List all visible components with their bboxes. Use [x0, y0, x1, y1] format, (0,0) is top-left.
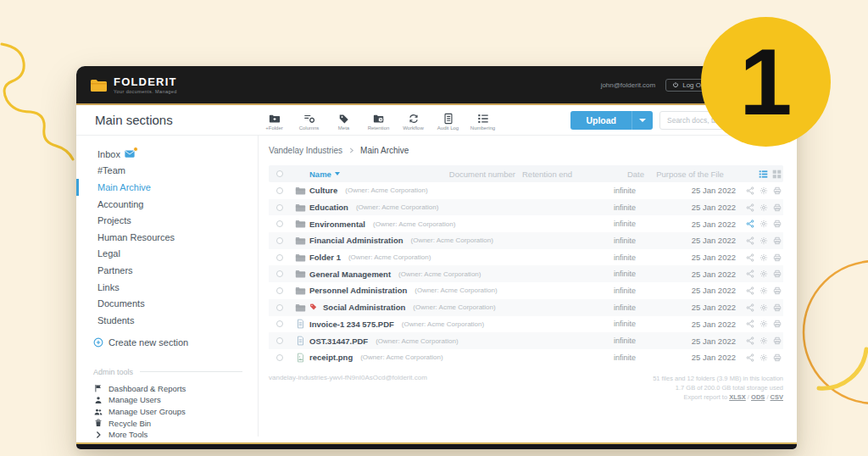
- upload-button[interactable]: Upload: [570, 111, 653, 130]
- share-icon[interactable]: [746, 303, 754, 312]
- column-date[interactable]: Date: [583, 170, 644, 179]
- column-retention-end[interactable]: Retention end: [515, 170, 583, 179]
- list-view-icon[interactable]: [759, 170, 768, 179]
- row-name[interactable]: Folder 1: [309, 253, 341, 262]
- create-new-section-button[interactable]: Create new section: [76, 337, 258, 348]
- row-name[interactable]: Invoice-1 234 575.PDF: [309, 320, 394, 329]
- row-checkbox[interactable]: [276, 220, 283, 227]
- export-link[interactable]: CSV: [771, 393, 783, 401]
- sidebar-item-main-archive[interactable]: Main Archive: [76, 179, 258, 196]
- settings-gear-icon[interactable]: [760, 186, 768, 195]
- sidebar-item-legal[interactable]: Legal: [76, 246, 258, 263]
- sidebar-item--team[interactable]: #Team: [76, 163, 258, 180]
- row-checkbox[interactable]: [276, 304, 283, 311]
- sidebar-item-accounting[interactable]: Accounting: [76, 196, 258, 213]
- share-icon[interactable]: [746, 336, 754, 345]
- admin-item-flag[interactable]: Dashboard & Reports: [93, 383, 242, 395]
- admin-item-trash[interactable]: Recycle Bin: [93, 417, 242, 429]
- printer-icon[interactable]: [773, 186, 782, 195]
- breadcrumb-root[interactable]: Vandelay Industries: [269, 146, 342, 155]
- row-checkbox[interactable]: [276, 320, 283, 327]
- admin-item-chevron-right[interactable]: More Tools: [93, 429, 242, 441]
- settings-gear-icon[interactable]: [760, 320, 768, 328]
- row-name[interactable]: OST.31447.PDF: [309, 336, 368, 346]
- share-icon[interactable]: [746, 203, 754, 212]
- settings-gear-icon[interactable]: [760, 286, 768, 295]
- table-row[interactable]: Personnel Administration (Owner: Acme Co…: [269, 282, 783, 299]
- settings-gear-icon[interactable]: [760, 253, 768, 262]
- toolbar-tag-button[interactable]: Meta: [328, 113, 359, 131]
- row-name[interactable]: General Management: [309, 270, 391, 279]
- toolbar-workflow-button[interactable]: Workflow: [398, 113, 429, 131]
- toolbar-retention-button[interactable]: Retention: [363, 113, 394, 131]
- printer-icon[interactable]: [773, 270, 782, 278]
- sidebar-item-inbox[interactable]: Inbox: [76, 146, 258, 163]
- settings-gear-icon[interactable]: [760, 336, 768, 345]
- table-row[interactable]: Culture (Owner: Acme Corporation) infini…: [269, 182, 783, 199]
- printer-icon[interactable]: [773, 220, 782, 228]
- row-checkbox[interactable]: [276, 354, 283, 361]
- column-purpose[interactable]: Purpose of the File: [644, 170, 736, 179]
- table-row[interactable]: receipt.png (Owner: Acme Corporation) in…: [269, 349, 783, 366]
- share-icon[interactable]: [746, 253, 754, 262]
- printer-icon[interactable]: [773, 286, 782, 295]
- row-checkbox[interactable]: [276, 254, 283, 261]
- column-document-number[interactable]: Document number: [405, 170, 515, 179]
- row-name[interactable]: receipt.png: [309, 353, 353, 362]
- settings-gear-icon[interactable]: [760, 203, 768, 212]
- printer-icon[interactable]: [773, 236, 782, 245]
- table-row[interactable]: Financial Administration (Owner: Acme Co…: [269, 232, 783, 249]
- settings-gear-icon[interactable]: [760, 303, 768, 312]
- row-checkbox[interactable]: [276, 270, 283, 277]
- table-row[interactable]: OST.31447.PDF (Owner: Acme Corporation) …: [269, 332, 783, 349]
- sidebar-item-partners[interactable]: Partners: [76, 262, 258, 279]
- table-row[interactable]: Education (Owner: Acme Corporation) infi…: [269, 199, 783, 216]
- row-checkbox[interactable]: [276, 287, 283, 294]
- row-name[interactable]: Financial Administration: [309, 236, 403, 245]
- row-checkbox[interactable]: [276, 337, 283, 344]
- admin-item-user[interactable]: Manage Users: [93, 394, 242, 406]
- table-row[interactable]: Invoice-1 234 575.PDF (Owner: Acme Corpo…: [269, 316, 783, 333]
- export-link[interactable]: XLSX: [729, 393, 746, 401]
- brand-logo[interactable]: FOLDERIT Your documents. Managed: [90, 75, 177, 94]
- table-row[interactable]: Social Administration (Owner: Acme Corpo…: [269, 299, 783, 316]
- row-checkbox[interactable]: [276, 237, 283, 244]
- settings-gear-icon[interactable]: [760, 220, 768, 228]
- sidebar-item-documents[interactable]: Documents: [76, 295, 258, 312]
- sidebar-item-projects[interactable]: Projects: [76, 212, 258, 229]
- toolbar-folder-plus-button[interactable]: +Folder: [259, 113, 290, 131]
- toolbar-columns-button[interactable]: Columns: [293, 113, 325, 131]
- table-row[interactable]: General Management (Owner: Acme Corporat…: [269, 265, 783, 282]
- sidebar-item-students[interactable]: Students: [76, 312, 258, 329]
- row-checkbox[interactable]: [276, 204, 283, 211]
- sidebar-item-links[interactable]: Links: [76, 279, 258, 296]
- toolbar-audit-log-button[interactable]: Audit Log: [432, 113, 464, 131]
- toolbar-numbering-button[interactable]: Numbering: [467, 113, 498, 131]
- settings-gear-icon[interactable]: [760, 270, 768, 278]
- share-icon[interactable]: [746, 220, 754, 228]
- printer-icon[interactable]: [773, 336, 782, 345]
- row-name[interactable]: Education: [309, 203, 348, 212]
- settings-gear-icon[interactable]: [760, 353, 768, 362]
- share-icon[interactable]: [746, 353, 754, 362]
- share-icon[interactable]: [746, 236, 754, 245]
- share-icon[interactable]: [746, 186, 754, 195]
- upload-dropdown-toggle[interactable]: [632, 111, 653, 130]
- share-icon[interactable]: [746, 286, 754, 295]
- row-name[interactable]: Social Administration: [323, 303, 405, 312]
- row-name[interactable]: Culture: [309, 186, 337, 195]
- settings-gear-icon[interactable]: [760, 236, 768, 245]
- printer-icon[interactable]: [773, 253, 782, 262]
- row-name[interactable]: Personnel Administration: [309, 286, 407, 295]
- printer-icon[interactable]: [773, 203, 782, 212]
- export-link[interactable]: ODS: [751, 393, 765, 401]
- breadcrumb-current[interactable]: Main Archive: [360, 146, 409, 155]
- printer-icon[interactable]: [773, 320, 782, 328]
- row-name[interactable]: Environmental: [309, 220, 365, 229]
- printer-icon[interactable]: [773, 303, 782, 312]
- share-icon[interactable]: [746, 270, 754, 278]
- row-checkbox[interactable]: [276, 187, 283, 194]
- table-row[interactable]: Folder 1 (Owner: Acme Corporation) infin…: [269, 249, 783, 266]
- column-name[interactable]: Name: [309, 170, 405, 179]
- table-row[interactable]: Environmental (Owner: Acme Corporation) …: [269, 215, 783, 232]
